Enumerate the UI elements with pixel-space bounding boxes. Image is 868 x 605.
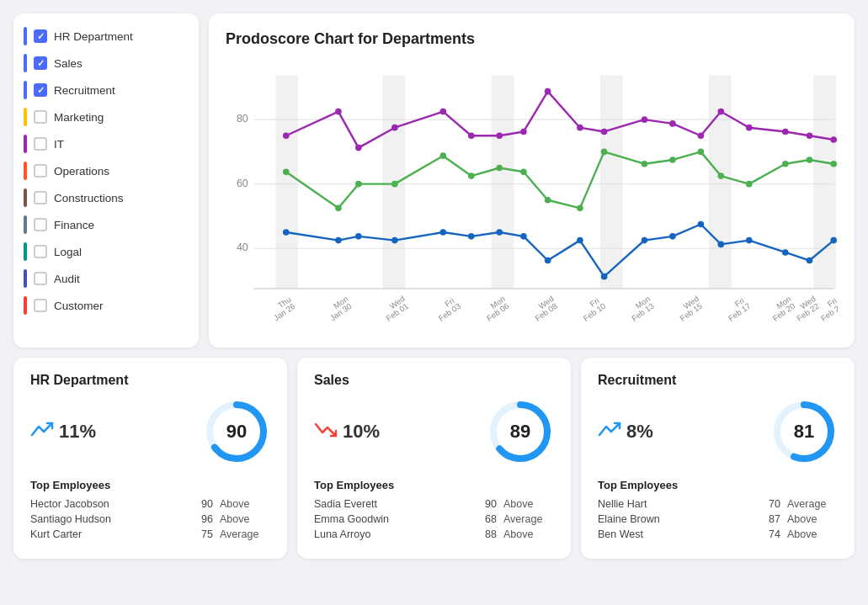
svg-point-62 — [642, 237, 648, 244]
employee-status: Above — [503, 498, 554, 510]
color-bar — [24, 215, 27, 234]
donut-chart: 89 — [487, 398, 554, 465]
checkbox[interactable] — [34, 245, 47, 258]
trend-pct: 10% — [343, 421, 380, 443]
sidebar-item-audit[interactable]: Audit — [24, 269, 189, 288]
sidebar-label: Constructions — [54, 192, 124, 204]
checkbox[interactable] — [34, 56, 47, 70]
svg-point-47 — [746, 181, 753, 188]
employee-row: Kurt Carter75Average — [30, 528, 270, 540]
sidebar: HR DepartmentSalesRecruitmentMarketingIT… — [13, 13, 199, 348]
checkbox[interactable] — [34, 137, 47, 151]
trend-container: 11% — [30, 420, 96, 443]
sidebar-label: Marketing — [54, 111, 104, 124]
employee-status: Above — [220, 513, 270, 525]
employee-score: 75 — [189, 528, 213, 540]
dept-card-sales: Sales10% 89 Top EmployeesSadia Everett90… — [297, 358, 571, 559]
svg-point-29 — [782, 129, 789, 135]
sidebar-label: Operations — [54, 165, 109, 178]
svg-point-32 — [283, 168, 290, 175]
dept-card-metric: 8% 81 — [598, 398, 838, 465]
donut-chart: 90 — [203, 398, 270, 465]
svg-point-57 — [496, 229, 503, 236]
svg-point-59 — [545, 257, 551, 264]
sidebar-item-sales[interactable]: Sales — [24, 54, 189, 72]
checkbox[interactable] — [34, 83, 47, 97]
employee-row: Sadia Everett90Above — [314, 498, 554, 510]
svg-point-13 — [283, 132, 290, 139]
sidebar-item-finance[interactable]: Finance — [24, 215, 189, 234]
sidebar-item-recruitment[interactable]: Recruitment — [24, 81, 189, 99]
donut-score: 90 — [226, 421, 247, 443]
sidebar-item-customer[interactable]: Customer — [24, 296, 189, 315]
color-bar — [24, 54, 27, 72]
sidebar-label: Sales — [54, 57, 83, 70]
donut-score: 89 — [510, 421, 530, 443]
employee-row: Santiago Hudson96Above — [30, 513, 270, 525]
employee-status: Average — [503, 513, 554, 525]
employee-name: Sadia Everett — [314, 498, 466, 510]
sidebar-item-logal[interactable]: Logal — [24, 242, 189, 261]
svg-point-48 — [782, 161, 789, 167]
svg-text:60: 60 — [237, 178, 248, 189]
svg-point-55 — [439, 229, 446, 236]
svg-point-17 — [439, 109, 446, 115]
checkbox[interactable] — [34, 299, 47, 312]
trend-up-icon — [598, 420, 621, 443]
svg-point-52 — [335, 237, 342, 244]
svg-point-30 — [807, 132, 813, 139]
svg-point-45 — [698, 149, 705, 156]
employee-name: Elaine Brown — [598, 513, 750, 525]
color-bar — [24, 269, 27, 288]
svg-rect-5 — [813, 76, 836, 289]
checkbox[interactable] — [34, 272, 47, 285]
checkbox[interactable] — [34, 218, 47, 231]
color-bar — [24, 188, 27, 207]
svg-point-18 — [468, 132, 475, 139]
svg-point-27 — [717, 109, 724, 115]
sidebar-item-marketing[interactable]: Marketing — [24, 108, 189, 126]
svg-text:80: 80 — [237, 113, 248, 125]
svg-rect-2 — [492, 76, 514, 289]
svg-point-43 — [642, 161, 648, 167]
employee-row: Luna Arroyo88Above — [314, 528, 554, 540]
svg-point-68 — [807, 257, 813, 264]
dept-card-metric: 10% 89 — [314, 398, 554, 465]
employee-status: Above — [503, 528, 554, 540]
color-bar — [24, 162, 27, 180]
svg-point-69 — [830, 237, 837, 244]
employee-name: Ben West — [598, 528, 750, 540]
svg-point-34 — [355, 181, 362, 188]
svg-point-24 — [642, 116, 648, 123]
bottom-cards: HR Department11% 90 Top EmployeesHector … — [13, 358, 855, 559]
employee-name: Nellie Hart — [598, 498, 750, 510]
sidebar-item-hr[interactable]: HR Department — [24, 27, 189, 45]
svg-point-67 — [782, 249, 789, 256]
trend-down-icon — [314, 421, 338, 443]
sidebar-label: Audit — [54, 273, 80, 285]
svg-point-16 — [391, 125, 398, 131]
chart-panel: Prodoscore Chart for Departments 80 60 4… — [209, 13, 855, 348]
checkbox[interactable] — [34, 191, 47, 204]
employee-score: 87 — [757, 513, 780, 525]
employee-name: Hector Jacobson — [30, 498, 183, 510]
svg-point-22 — [577, 125, 583, 131]
color-bar — [24, 135, 27, 153]
svg-point-49 — [807, 157, 813, 163]
sidebar-item-constructions[interactable]: Constructions — [24, 188, 189, 207]
svg-point-36 — [439, 152, 446, 159]
sidebar-label: Customer — [54, 300, 104, 312]
svg-point-63 — [669, 233, 676, 240]
svg-point-39 — [520, 168, 527, 175]
checkbox[interactable] — [34, 164, 47, 178]
checkbox[interactable] — [34, 110, 47, 124]
employee-row: Hector Jacobson90Above — [30, 498, 270, 510]
color-bar — [24, 242, 27, 261]
sidebar-item-operations[interactable]: Operations — [24, 162, 189, 180]
sidebar-item-it[interactable]: IT — [24, 135, 189, 153]
checkbox[interactable] — [34, 29, 47, 43]
chart-area: 80 60 40 — [226, 61, 838, 331]
employee-status: Above — [787, 528, 838, 540]
svg-rect-3 — [600, 76, 623, 289]
dept-card-title: Recruitment — [598, 373, 838, 388]
